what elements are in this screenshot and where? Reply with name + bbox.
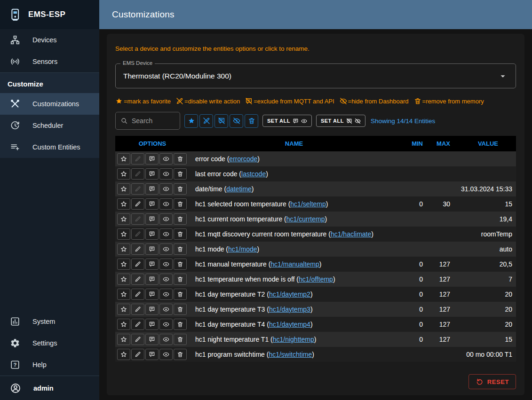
visibility-toggle[interactable] xyxy=(159,243,173,255)
visibility-toggle[interactable] xyxy=(159,213,173,225)
write-toggle[interactable] xyxy=(131,213,144,225)
filter-favorite-button[interactable] xyxy=(184,114,198,128)
write-toggle[interactable] xyxy=(131,198,144,210)
entity-link[interactable]: hc1/seltemp xyxy=(290,200,326,208)
sidebar-item-scheduler[interactable]: Scheduler xyxy=(0,115,99,136)
filter-exclude-mqtt-button[interactable] xyxy=(214,114,228,128)
sidebar-item-help[interactable]: ? Help xyxy=(0,354,99,376)
favorite-toggle[interactable] xyxy=(117,168,130,180)
entity-name[interactable]: hc1 selected room temperature (hc1/selte… xyxy=(190,200,398,208)
entity-name[interactable]: hc1 program switchtime (hc1/switchtime) xyxy=(190,351,398,358)
entity-name[interactable]: hc1 night temperature T1 (hc1/nighttemp) xyxy=(190,336,398,343)
favorite-toggle[interactable] xyxy=(117,334,130,345)
delete-toggle[interactable] xyxy=(174,319,187,330)
entity-name[interactable]: hc1 manual temperature (hc1/manualtemp) xyxy=(190,260,398,268)
favorite-toggle[interactable] xyxy=(117,213,130,225)
delete-toggle[interactable] xyxy=(174,259,187,270)
favorite-toggle[interactable] xyxy=(117,304,130,315)
delete-toggle[interactable] xyxy=(174,213,187,225)
visibility-toggle[interactable] xyxy=(159,168,173,180)
favorite-toggle[interactable] xyxy=(117,259,130,270)
entity-link[interactable]: hc1/daytemp2 xyxy=(269,290,310,298)
delete-toggle[interactable] xyxy=(174,334,187,345)
mqtt-exclude-toggle[interactable] xyxy=(145,319,159,330)
search-input[interactable] xyxy=(132,117,175,125)
write-toggle[interactable] xyxy=(131,349,144,360)
header-max[interactable]: MAX xyxy=(423,140,450,147)
entity-link[interactable]: hc1/offtemp xyxy=(299,275,333,283)
entity-link[interactable]: hc1/nighttemp xyxy=(273,336,314,343)
favorite-toggle[interactable] xyxy=(117,153,130,165)
entity-link[interactable]: hc1/daytemp4 xyxy=(269,321,310,328)
entity-name[interactable]: hc1 mqtt discovery current room temperat… xyxy=(190,230,398,238)
write-toggle[interactable] xyxy=(131,304,144,315)
entity-name[interactable]: hc1 mode (hc1/mode) xyxy=(190,245,398,253)
mqtt-exclude-toggle[interactable] xyxy=(145,243,159,255)
entity-link[interactable]: hc1/daytemp3 xyxy=(269,306,310,313)
ems-device-select[interactable]: EMS Device Thermostat (RC20/Moduline 300… xyxy=(115,63,516,88)
entity-name[interactable]: error code (errorcode) xyxy=(190,155,398,163)
favorite-toggle[interactable] xyxy=(117,289,130,300)
visibility-toggle[interactable] xyxy=(159,198,173,210)
reset-button[interactable]: RESET xyxy=(468,374,516,389)
visibility-toggle[interactable] xyxy=(159,259,173,270)
filter-disable-write-button[interactable] xyxy=(199,114,213,128)
visibility-toggle[interactable] xyxy=(159,228,173,240)
favorite-toggle[interactable] xyxy=(117,183,130,195)
visibility-toggle[interactable] xyxy=(159,153,173,165)
sidebar-item-custom-entities[interactable]: Custom Entities xyxy=(0,136,99,158)
mqtt-exclude-toggle[interactable] xyxy=(145,213,159,225)
entity-name[interactable]: hc1 day temperature T3 (hc1/daytemp3) xyxy=(190,306,398,313)
write-toggle[interactable] xyxy=(131,334,144,345)
header-min[interactable]: MIN xyxy=(398,140,423,147)
favorite-toggle[interactable] xyxy=(117,228,130,240)
write-toggle[interactable] xyxy=(131,228,144,240)
mqtt-exclude-toggle[interactable] xyxy=(145,198,159,210)
write-toggle[interactable] xyxy=(131,243,144,255)
delete-toggle[interactable] xyxy=(174,274,187,285)
sidebar-item-customizations[interactable]: Customizations xyxy=(0,93,99,115)
sidebar-item-sensors[interactable]: Sensors xyxy=(0,51,99,72)
filter-hide-button[interactable] xyxy=(230,114,243,128)
sidebar-item-devices[interactable]: Devices xyxy=(0,29,99,51)
entity-link[interactable]: lastcode xyxy=(241,170,266,178)
mqtt-exclude-toggle[interactable] xyxy=(145,349,159,360)
entity-link[interactable]: hc1/manualtemp xyxy=(270,260,319,268)
delete-toggle[interactable] xyxy=(174,349,187,360)
visibility-toggle[interactable] xyxy=(159,319,173,330)
write-toggle[interactable] xyxy=(131,168,144,180)
entity-link[interactable]: hc1/haclimate xyxy=(331,230,371,238)
favorite-toggle[interactable] xyxy=(117,319,130,330)
entity-name[interactable]: last error code (lastcode) xyxy=(190,170,398,178)
delete-toggle[interactable] xyxy=(174,198,187,210)
mqtt-exclude-toggle[interactable] xyxy=(145,289,159,300)
mqtt-exclude-toggle[interactable] xyxy=(145,304,159,315)
mqtt-exclude-toggle[interactable] xyxy=(145,334,159,345)
filter-remove-button[interactable] xyxy=(245,114,258,128)
delete-toggle[interactable] xyxy=(174,304,187,315)
write-toggle[interactable] xyxy=(131,183,144,195)
entity-name[interactable]: date/time (datetime) xyxy=(190,185,398,193)
visibility-toggle[interactable] xyxy=(159,334,173,345)
delete-toggle[interactable] xyxy=(174,168,187,180)
write-toggle[interactable] xyxy=(131,153,144,165)
delete-toggle[interactable] xyxy=(174,153,187,165)
delete-toggle[interactable] xyxy=(174,243,187,255)
set-all-mqtt-hidden-button[interactable]: SET ALL xyxy=(316,115,365,127)
mqtt-exclude-toggle[interactable] xyxy=(145,274,159,285)
write-toggle[interactable] xyxy=(131,259,144,270)
sidebar-user-admin[interactable]: admin xyxy=(0,376,99,400)
mqtt-exclude-toggle[interactable] xyxy=(145,153,159,165)
favorite-toggle[interactable] xyxy=(117,243,130,255)
entity-link[interactable]: hc1/currtemp xyxy=(286,215,325,223)
mqtt-exclude-toggle[interactable] xyxy=(145,183,159,195)
delete-toggle[interactable] xyxy=(174,183,187,195)
mqtt-exclude-toggle[interactable] xyxy=(145,168,159,180)
entity-link[interactable]: errorcode xyxy=(229,155,257,163)
entity-name[interactable]: hc1 current room temperature (hc1/currte… xyxy=(190,215,398,223)
visibility-toggle[interactable] xyxy=(159,289,173,300)
mqtt-exclude-toggle[interactable] xyxy=(145,228,159,240)
sidebar-item-system[interactable]: System xyxy=(0,311,99,332)
favorite-toggle[interactable] xyxy=(117,274,130,285)
entity-name[interactable]: hc1 day temperature T2 (hc1/daytemp2) xyxy=(190,290,398,298)
